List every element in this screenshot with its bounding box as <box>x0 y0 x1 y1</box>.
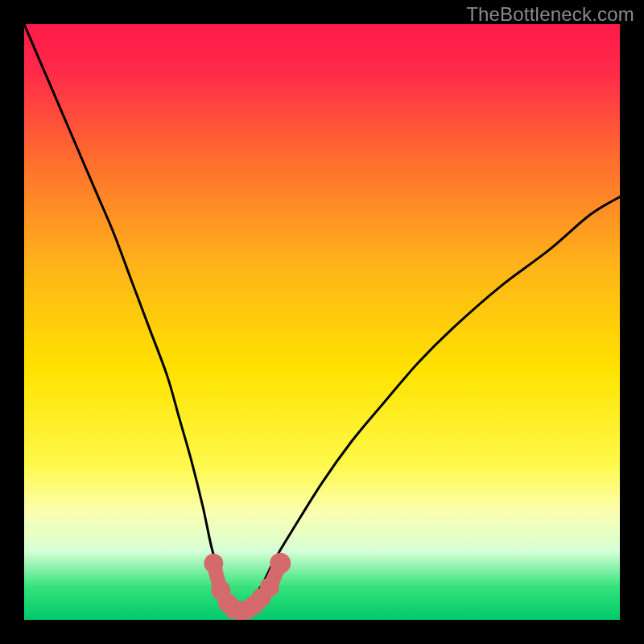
watermark-text: TheBottleneck.com <box>466 3 634 26</box>
chart-frame: TheBottleneck.com <box>0 0 644 644</box>
svg-rect-0 <box>24 24 620 620</box>
chart-svg <box>24 24 620 620</box>
plot-area <box>24 24 620 620</box>
marker-dot <box>260 577 279 597</box>
marker-dot <box>270 553 291 574</box>
marker-dot <box>204 554 223 573</box>
gradient-background <box>24 24 620 620</box>
